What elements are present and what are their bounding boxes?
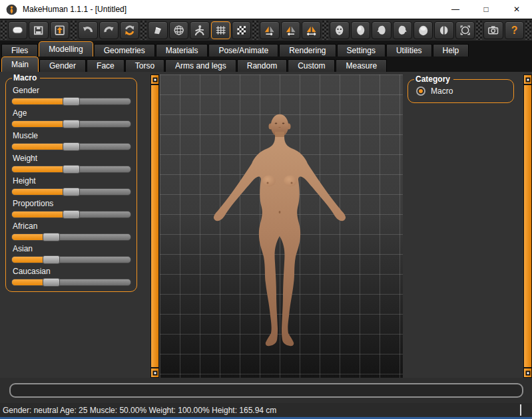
left-splitter-top-grip-icon[interactable] bbox=[151, 75, 158, 85]
slider-asian: Asian bbox=[11, 245, 131, 263]
slider-handle[interactable] bbox=[63, 97, 80, 106]
left-splitter-bottom-grip-icon[interactable] bbox=[151, 367, 158, 377]
split-view-button[interactable] bbox=[434, 21, 453, 39]
toolbar-separator bbox=[476, 21, 482, 40]
right-view-button[interactable] bbox=[393, 21, 412, 39]
slider-handle[interactable] bbox=[63, 188, 80, 196]
macro-panel-legend: Macro bbox=[12, 73, 40, 82]
sub-tab-custom[interactable]: Custom bbox=[288, 59, 335, 72]
category-options: Macro bbox=[413, 86, 508, 96]
slider-height: Height bbox=[11, 177, 131, 196]
symmetry-both-button[interactable] bbox=[302, 21, 321, 39]
slider-track[interactable] bbox=[11, 211, 131, 218]
menu-tab-materials[interactable]: Materials bbox=[156, 44, 208, 57]
text-cursor bbox=[520, 404, 521, 416]
radio-dot-icon bbox=[419, 89, 423, 93]
symmetry-both-icon bbox=[304, 24, 318, 37]
slider-african: African bbox=[11, 222, 131, 241]
redo-arrow-icon bbox=[102, 24, 116, 37]
pose-button[interactable] bbox=[190, 21, 209, 39]
window-controls: — □ ✕ bbox=[440, 0, 532, 19]
slider-handle[interactable] bbox=[43, 255, 60, 264]
slider-track[interactable] bbox=[11, 256, 131, 263]
slider-handle[interactable] bbox=[43, 233, 60, 241]
left-splitter[interactable] bbox=[150, 74, 159, 378]
slider-muscle: Muscle bbox=[11, 132, 131, 150]
slider-handle[interactable] bbox=[63, 142, 80, 151]
slider-label: Proportions bbox=[13, 200, 131, 208]
minimize-button[interactable]: — bbox=[440, 0, 471, 19]
capsule-icon bbox=[11, 24, 25, 37]
menu-tab-help[interactable]: Help bbox=[433, 44, 469, 57]
smooth-shape-icon bbox=[150, 24, 164, 37]
slider-label: Weight bbox=[13, 154, 131, 163]
menu-tab-pose-animate[interactable]: Pose/Animate bbox=[208, 44, 278, 57]
maximize-button[interactable]: □ bbox=[471, 0, 501, 19]
right-splitter-bottom-grip-icon[interactable] bbox=[524, 367, 531, 377]
symmetry-left-button[interactable] bbox=[281, 21, 300, 39]
reset-button[interactable] bbox=[120, 21, 139, 39]
head-right-icon bbox=[396, 24, 409, 37]
smooth-button[interactable] bbox=[148, 21, 167, 39]
undo-arrow-icon bbox=[81, 24, 95, 37]
menu-tab-modelling[interactable]: Modelling bbox=[39, 41, 93, 57]
slider-track[interactable] bbox=[11, 233, 131, 241]
radio-button-icon[interactable] bbox=[416, 86, 425, 96]
slider-track[interactable] bbox=[11, 143, 131, 150]
slider-handle[interactable] bbox=[63, 210, 80, 219]
slider-track[interactable] bbox=[11, 98, 131, 105]
slider-handle[interactable] bbox=[63, 165, 80, 174]
sub-tab-arms-and-legs[interactable]: Arms and legs bbox=[165, 59, 236, 72]
symmetry-right-button[interactable] bbox=[260, 21, 279, 39]
pose-figure-icon bbox=[192, 24, 206, 37]
slider-label: Gender bbox=[13, 86, 131, 95]
sub-tab-random[interactable]: Random bbox=[237, 59, 287, 72]
menu-tab-utilities[interactable]: Utilities bbox=[386, 44, 432, 57]
slider-handle[interactable] bbox=[63, 120, 80, 128]
slider-track[interactable] bbox=[11, 188, 131, 196]
menu-tab-settings[interactable]: Settings bbox=[337, 44, 386, 57]
undo-button[interactable] bbox=[78, 21, 97, 39]
slider-track[interactable] bbox=[11, 166, 131, 173]
sub-tab-face[interactable]: Face bbox=[87, 59, 125, 72]
head-back-icon bbox=[354, 24, 368, 37]
checkerboard-icon bbox=[234, 24, 248, 37]
screenshot-button[interactable] bbox=[483, 21, 503, 39]
back-view-button[interactable] bbox=[351, 21, 370, 39]
background-button[interactable] bbox=[232, 21, 251, 39]
sub-tab-gender[interactable]: Gender bbox=[39, 59, 86, 72]
load-button[interactable] bbox=[50, 21, 69, 39]
toolbar: ? bbox=[0, 19, 532, 41]
right-splitter[interactable] bbox=[523, 74, 532, 378]
redo-button[interactable] bbox=[99, 21, 119, 39]
macro-panel: Macro GenderAgeMuscleWeightHeightProport… bbox=[5, 73, 137, 292]
radio-macro[interactable]: Macro bbox=[416, 86, 508, 96]
zoom-fit-button[interactable] bbox=[455, 21, 475, 39]
head-top-icon bbox=[416, 24, 430, 37]
slider-handle[interactable] bbox=[43, 278, 60, 287]
close-button[interactable]: ✕ bbox=[501, 0, 532, 19]
slider-label: Caucasian bbox=[13, 267, 131, 276]
toolbar-separator bbox=[71, 21, 77, 40]
sub-tab-main[interactable]: Main bbox=[1, 57, 39, 72]
grid-button[interactable] bbox=[211, 21, 230, 39]
save-button[interactable] bbox=[29, 21, 48, 39]
front-view-button[interactable] bbox=[330, 21, 349, 39]
wireframe-button[interactable] bbox=[169, 21, 188, 39]
menu-tab-geometries[interactable]: Geometries bbox=[94, 44, 155, 57]
sub-tab-torso[interactable]: Torso bbox=[125, 59, 164, 72]
menu-tab-files[interactable]: Files bbox=[1, 44, 38, 57]
left-view-button[interactable] bbox=[372, 21, 391, 39]
viewport-3d[interactable] bbox=[160, 74, 403, 378]
face-front-icon bbox=[332, 24, 346, 37]
slider-track[interactable] bbox=[11, 279, 131, 286]
reset-arrows-icon bbox=[123, 24, 136, 37]
new-button[interactable] bbox=[8, 21, 27, 39]
sub-tab-measure[interactable]: Measure bbox=[336, 59, 387, 72]
top-view-button[interactable] bbox=[413, 21, 433, 39]
right-splitter-top-grip-icon[interactable] bbox=[524, 75, 531, 85]
help-button[interactable]: ? bbox=[505, 21, 524, 39]
slider-track[interactable] bbox=[11, 120, 131, 128]
menu-tabs: FilesModellingGeometriesMaterialsPose/An… bbox=[0, 41, 532, 57]
menu-tab-rendering[interactable]: Rendering bbox=[279, 44, 336, 57]
